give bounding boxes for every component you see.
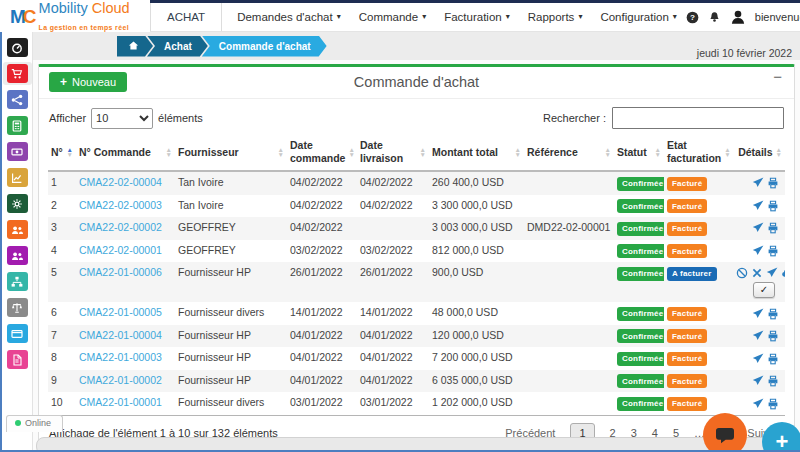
nav-item[interactable]: Demandes d'achat▾ <box>228 3 350 31</box>
send-icon[interactable] <box>766 267 778 279</box>
sidebar <box>2 32 33 450</box>
cell-num: 9 <box>48 370 76 393</box>
sidebar-item-gears[interactable] <box>3 192 32 215</box>
sidebar-item-chart[interactable] <box>3 166 32 189</box>
send-icon[interactable] <box>752 245 764 257</box>
print-icon[interactable] <box>767 245 779 257</box>
cell-commande: CMA22-02-00004 <box>76 171 175 195</box>
send-icon[interactable] <box>752 330 764 342</box>
page-size-select[interactable]: 10 <box>91 108 153 129</box>
billing-status-badge: A facturer <box>667 267 717 281</box>
order-link[interactable]: CMA22-01-00001 <box>79 396 162 408</box>
sidebar-item-scale[interactable] <box>3 296 32 319</box>
nav-item[interactable]: Rapports▾ <box>519 3 592 31</box>
chat-button[interactable] <box>703 413 747 452</box>
nav-item[interactable]: Facturation▾ <box>435 3 519 31</box>
cell-reference <box>524 302 614 325</box>
sidebar-item-calculator[interactable] <box>3 114 32 137</box>
chevron-down-icon: ▾ <box>422 13 426 21</box>
order-link[interactable]: CMA22-02-00001 <box>79 244 162 256</box>
sidebar-item-share[interactable] <box>3 88 32 111</box>
status-badge: Confirmée <box>617 222 664 236</box>
close-icon[interactable] <box>751 267 763 279</box>
app-logo[interactable]: MC Mobility Cloud La gestion en temps ré… <box>0 0 150 32</box>
column-header-4[interactable]: Date livraison▲▼ <box>357 136 429 171</box>
send-icon[interactable] <box>752 308 764 320</box>
send-icon[interactable] <box>752 177 764 189</box>
cell-date-commande: 03/01/2022 <box>287 392 357 415</box>
breadcrumb-item[interactable]: Achat <box>147 36 208 57</box>
send-icon[interactable] <box>752 222 764 234</box>
column-header-5[interactable]: Montant total▲▼ <box>429 136 524 171</box>
breadcrumb-home[interactable] <box>117 36 153 57</box>
user-menu[interactable]: bienvenue1 <box>755 11 800 23</box>
print-icon[interactable] <box>767 398 779 410</box>
send-icon[interactable] <box>752 375 764 387</box>
nav-item[interactable]: Commande▾ <box>350 3 435 31</box>
order-link[interactable]: CMA22-01-00002 <box>79 374 162 386</box>
page-title: Commande d'achat <box>39 67 794 98</box>
horizontal-scrollbar[interactable] <box>36 437 798 452</box>
column-header-1[interactable]: N° Commande▲▼ <box>76 136 175 171</box>
column-header-9[interactable]: Détails▲▼ <box>730 136 785 171</box>
order-link[interactable]: CMA22-01-00005 <box>79 306 162 318</box>
table-row: 1 CMA22-02-00004 Tan Ivoire 04/02/2022 0… <box>48 171 785 195</box>
order-link[interactable]: CMA22-01-00006 <box>79 266 162 278</box>
sidebar-item-invoice[interactable] <box>3 348 32 371</box>
sidebar-item-people[interactable] <box>3 244 32 267</box>
print-icon[interactable] <box>767 200 779 212</box>
sidebar-item-cart[interactable] <box>3 62 32 85</box>
print-icon[interactable] <box>767 177 779 189</box>
download-icon[interactable] <box>781 267 785 279</box>
print-icon[interactable] <box>767 330 779 342</box>
column-header-3[interactable]: Date commande▲▼ <box>287 136 357 171</box>
cell-montant: 7 200 000,0 USD <box>429 347 524 370</box>
avatar[interactable] <box>730 9 746 25</box>
column-header-8[interactable]: Etat facturation▲▼ <box>664 136 730 171</box>
bell-icon[interactable] <box>708 11 721 24</box>
column-header-7[interactable]: Statut▲▼ <box>614 136 664 171</box>
order-link[interactable]: CMA22-02-00003 <box>79 199 162 211</box>
validate-checkbox[interactable]: ✓ <box>753 282 775 298</box>
column-header-6[interactable]: Référence▲▼ <box>524 136 614 171</box>
cell-date-commande: 03/02/2022 <box>287 240 357 263</box>
search-input[interactable] <box>612 107 784 129</box>
sidebar-item-money[interactable] <box>3 140 32 163</box>
column-header-0[interactable]: N°▲▼ <box>48 136 76 171</box>
sidebar-item-dashboard[interactable] <box>3 36 32 59</box>
send-icon[interactable] <box>752 200 764 212</box>
print-icon[interactable] <box>767 375 779 387</box>
table-row: 10 CMA22-01-00001 Fournisseur divers 03/… <box>48 392 785 415</box>
sidebar-item-card[interactable] <box>3 322 32 345</box>
order-link[interactable]: CMA22-01-00003 <box>79 351 162 363</box>
dashboard-icon <box>7 38 28 57</box>
add-floating-button[interactable]: + <box>762 422 800 452</box>
sidebar-item-users[interactable] <box>3 218 32 241</box>
sidebar-item-sitemap[interactable] <box>3 270 32 293</box>
current-date: jeudi 10 février 2022 <box>697 47 792 60</box>
table-row: 7 CMA22-01-00004 Fournisseur HP 04/01/20… <box>48 325 785 348</box>
new-button[interactable]: +Nouveau <box>49 72 127 92</box>
question-icon[interactable]: ? <box>686 11 699 24</box>
cell-etat: Facturé <box>664 392 730 415</box>
cell-details: ✓ <box>730 262 785 302</box>
nav-section-achat[interactable]: ACHAT <box>150 3 222 31</box>
breadcrumb-item[interactable]: Commande d'achat <box>202 36 327 57</box>
nav-item[interactable]: Configuration▾ <box>591 3 685 31</box>
send-icon[interactable] <box>752 398 764 410</box>
gears-icon <box>7 194 28 213</box>
order-link[interactable]: CMA22-02-00004 <box>79 176 162 188</box>
status-badge: Confirmée <box>617 374 664 388</box>
print-icon[interactable] <box>767 308 779 320</box>
status-badge: Confirmée <box>617 267 664 281</box>
column-header-2[interactable]: Fournisseur▲▼ <box>175 136 287 171</box>
order-link[interactable]: CMA22-02-00002 <box>79 221 162 233</box>
order-link[interactable]: CMA22-01-00004 <box>79 329 162 341</box>
collapse-icon[interactable]: − <box>773 68 782 85</box>
ban-icon[interactable] <box>736 267 748 279</box>
print-icon[interactable] <box>767 222 779 234</box>
print-icon[interactable] <box>767 353 779 365</box>
cell-montant: 1 202 000,0 USD <box>429 392 524 415</box>
online-status-tab[interactable]: Online <box>6 415 63 432</box>
send-icon[interactable] <box>752 353 764 365</box>
